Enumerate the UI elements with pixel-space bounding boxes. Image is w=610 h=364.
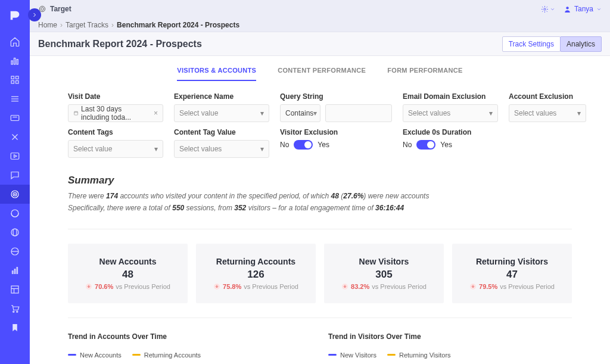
svg-rect-6: [16, 81, 19, 84]
content-scroll[interactable]: VISITORS & ACCOUNTS CONTENT PERFORMANCE …: [30, 56, 610, 364]
user-menu[interactable]: Tanya: [564, 5, 602, 13]
svg-point-16: [14, 194, 15, 195]
nav-tools-icon[interactable]: [0, 127, 30, 147]
experience-name-label: Experience Name: [174, 92, 269, 101]
query-string-operator-select[interactable]: Contains▾: [280, 104, 320, 122]
title-bar: Benchmark Report 2024 - Prospects Track …: [30, 32, 610, 56]
nav-stream-icon[interactable]: [0, 108, 30, 127]
metric-cards: New Accounts 48 70.6% vs Previous Period…: [68, 244, 572, 303]
svg-point-32: [544, 8, 546, 10]
page-title: Benchmark Report 2024 - Prospects: [38, 39, 202, 49]
analytics-button[interactable]: Analytics: [560, 36, 602, 52]
svg-rect-24: [17, 267, 18, 274]
chart-accounts-over-time: Trend in Accounts Over Time New Accounts…: [68, 332, 312, 364]
person-icon: [564, 5, 571, 13]
experience-name-select[interactable]: Select value▾: [174, 104, 269, 122]
svg-point-33: [566, 7, 568, 9]
svg-point-29: [17, 311, 18, 312]
svg-rect-12: [11, 153, 19, 160]
clear-date-icon[interactable]: ×: [154, 109, 158, 117]
gear-icon: [541, 5, 549, 13]
svg-marker-13: [14, 155, 17, 158]
down-arrow-icon: [341, 283, 348, 290]
svg-rect-34: [74, 111, 78, 115]
svg-rect-23: [14, 269, 15, 274]
down-arrow-icon: [85, 283, 92, 290]
exclude-0s-toggle[interactable]: [416, 140, 435, 150]
breadcrumb-home[interactable]: Home: [38, 21, 57, 29]
left-sidebar: [0, 0, 30, 364]
svg-rect-10: [11, 116, 19, 121]
app-logo: [3, 4, 27, 27]
nav-chat-icon[interactable]: [0, 166, 30, 185]
summary-line-1: There were 174 accounts who visited your…: [68, 190, 572, 202]
svg-point-28: [13, 311, 14, 312]
exclude-0s-label: Exclude 0s Duration: [403, 128, 498, 136]
svg-point-15: [13, 192, 17, 196]
user-name: Tanya: [574, 5, 593, 13]
svg-point-14: [11, 191, 18, 198]
nav-template-icon[interactable]: [0, 280, 30, 299]
nav-target-icon[interactable]: [0, 185, 30, 204]
query-string-text[interactable]: [331, 109, 387, 117]
module-indicator: Target: [38, 5, 71, 13]
visitor-exclusion-toggle[interactable]: [294, 140, 313, 150]
summary-heading: Summary: [68, 175, 572, 186]
nav-globe2-icon[interactable]: [0, 223, 30, 242]
svg-point-19: [13, 229, 17, 236]
nav-globe1-icon[interactable]: [0, 204, 30, 223]
track-settings-button[interactable]: Track Settings: [502, 36, 561, 52]
card-returning-accounts: Returning Accounts 126 75.8% vs Previous…: [196, 244, 316, 303]
svg-rect-25: [11, 286, 18, 293]
tab-form-performance[interactable]: FORM PERFORMANCE: [387, 67, 462, 81]
svg-point-30: [39, 6, 45, 11]
nav-analytics-icon[interactable]: [0, 51, 30, 70]
summary-block: Summary There were 174 accounts who visi…: [68, 175, 572, 214]
query-string-input[interactable]: [325, 104, 392, 122]
svg-rect-0: [11, 61, 13, 64]
nav-bookmark-icon[interactable]: [0, 318, 30, 337]
visit-date-select[interactable]: Last 30 days including toda... ×: [68, 104, 163, 122]
visit-date-label: Visit Date: [68, 92, 163, 101]
card-new-accounts: New Accounts 48 70.6% vs Previous Period: [68, 244, 188, 303]
nav-grid-icon[interactable]: [0, 70, 30, 89]
nav-list-icon[interactable]: [0, 89, 30, 108]
content-tags-select[interactable]: Select value▾: [68, 140, 163, 158]
report-tabs: VISITORS & ACCOUNTS CONTENT PERFORMANCE …: [68, 56, 572, 81]
svg-point-31: [41, 8, 44, 11]
top-bar: Target Tanya: [30, 0, 610, 18]
account-exclusion-label: Account Exclusion: [509, 92, 586, 101]
sidebar-expand-button[interactable]: [28, 8, 41, 21]
content-tag-value-select[interactable]: Select values▾: [174, 140, 269, 158]
card-new-visitors: New Visitors 305 83.2% vs Previous Perio…: [324, 244, 444, 303]
content-tags-label: Content Tags: [68, 128, 163, 136]
chart-visitors-legend: New Visitors Returning Visitors: [328, 351, 572, 359]
nav-globe3-icon[interactable]: [0, 242, 30, 261]
content-tag-value-label: Content Tag Value: [174, 128, 269, 136]
tab-content-performance[interactable]: CONTENT PERFORMANCE: [278, 67, 366, 81]
account-exclusion-select[interactable]: Select values▾: [509, 104, 586, 122]
svg-rect-2: [17, 60, 18, 64]
svg-point-18: [11, 229, 18, 236]
settings-dropdown[interactable]: [541, 5, 555, 13]
chevron-down-icon: [550, 7, 555, 12]
nav-play-icon[interactable]: [0, 147, 30, 166]
svg-rect-5: [11, 81, 14, 84]
summary-line-2: Specifically, there were a total of 550 …: [68, 202, 572, 214]
down-arrow-icon: [469, 283, 477, 290]
email-domain-exclusion-select[interactable]: Select values▾: [403, 104, 498, 122]
nav-home-icon[interactable]: [0, 32, 30, 51]
svg-rect-22: [13, 271, 14, 274]
filters-panel: Visit Date Last 30 days including toda..…: [68, 92, 572, 158]
breadcrumb-tracks[interactable]: Target Tracks: [66, 21, 108, 29]
visitor-exclusion-label: Visitor Exclusion: [280, 128, 392, 136]
nav-cart-icon[interactable]: [0, 299, 30, 318]
chart-visitors-over-time: Trend in Visitors Over Time New Visitors…: [328, 332, 572, 364]
chart-accounts-legend: New Accounts Returning Accounts: [68, 351, 312, 359]
email-domain-exclusion-label: Email Domain Exclusion: [403, 92, 498, 101]
svg-rect-3: [11, 76, 14, 79]
tab-visitors-accounts[interactable]: VISITORS & ACCOUNTS: [177, 67, 256, 81]
module-name: Target: [50, 5, 71, 13]
nav-report-icon[interactable]: [0, 261, 30, 280]
breadcrumb-current: Benchmark Report 2024 - Prospects: [117, 21, 239, 29]
